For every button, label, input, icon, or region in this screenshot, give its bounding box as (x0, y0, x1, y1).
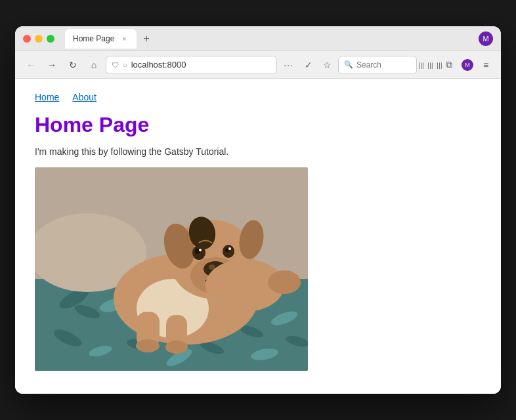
back-icon: ← (26, 60, 35, 70)
more-button[interactable]: ··· (280, 58, 297, 72)
home-icon: ⌂ (91, 60, 97, 70)
address-text: localhost:8000 (131, 60, 186, 70)
reload-icon: ↻ (69, 60, 77, 70)
tabs-glyph: ⧉ (446, 59, 452, 70)
forward-icon: → (47, 60, 56, 70)
tab-close-button[interactable]: × (119, 34, 129, 43)
page-content: Home About Home Page I'm making this by … (15, 79, 501, 394)
maximize-button[interactable] (47, 35, 54, 43)
address-bar[interactable]: 🛡 ○ localhost:8000 (106, 56, 277, 74)
profile-letter: M (483, 35, 488, 43)
title-bar: Home Page × + M (15, 26, 501, 51)
new-tab-button[interactable]: + (139, 32, 153, 46)
traffic-lights (23, 35, 54, 43)
profile-icon[interactable]: M (479, 32, 493, 46)
star-glyph: ☆ (323, 60, 332, 70)
svg-point-39 (268, 270, 301, 294)
search-icon: 🔍 (344, 60, 353, 69)
svg-point-37 (228, 247, 231, 250)
toolbar-icons: ✓ ☆ (300, 56, 335, 74)
minimize-button[interactable] (35, 35, 43, 43)
dog-image (35, 167, 308, 371)
title-bar-right: M (479, 32, 493, 46)
pocket-icon[interactable]: ✓ (300, 56, 317, 74)
toolbar-right: ⫼⫼⫼ ⧉ M ≡ (422, 56, 494, 74)
toolbar: ← → ↻ ⌂ 🛡 ○ localhost:8000 ··· ✓ ☆ 🔍 (15, 51, 501, 79)
close-button[interactable] (23, 35, 31, 43)
back-button[interactable]: ← (22, 56, 40, 74)
page-nav: Home About (35, 92, 481, 102)
svg-point-23 (136, 339, 160, 352)
home-button[interactable]: ⌂ (85, 56, 103, 74)
address-icon: ○ (123, 61, 127, 69)
active-tab[interactable]: Home Page × (65, 29, 137, 49)
profile-menu-icon[interactable]: M (459, 56, 476, 74)
shield-icon: 🛡 (112, 61, 119, 69)
svg-point-24 (165, 341, 188, 354)
about-nav-link[interactable]: About (72, 92, 97, 102)
hamburger-menu[interactable]: ≡ (477, 56, 494, 74)
tab-title: Home Page (73, 34, 114, 43)
tab-bar: Home Page × + (65, 29, 473, 49)
page-description: I'm making this by following the Gatsby … (35, 146, 481, 157)
browser-window: Home Page × + M ← → ↻ ⌂ 🛡 ○ localhost:80… (15, 26, 501, 394)
search-box[interactable]: 🔍 (338, 56, 417, 74)
library-icon[interactable]: ⫼⫼⫼ (422, 56, 439, 74)
menu-icon: ≡ (483, 60, 488, 70)
page-title: Home Page (35, 113, 481, 137)
reload-button[interactable]: ↻ (64, 56, 82, 74)
star-icon[interactable]: ☆ (318, 56, 335, 74)
synced-tabs-icon[interactable]: ⧉ (441, 56, 458, 74)
dog-svg (35, 167, 308, 371)
search-input[interactable] (356, 60, 402, 70)
home-nav-link[interactable]: Home (35, 92, 59, 102)
profile-avatar: M (462, 59, 473, 71)
forward-button[interactable]: → (43, 56, 61, 74)
svg-point-36 (199, 249, 202, 251)
